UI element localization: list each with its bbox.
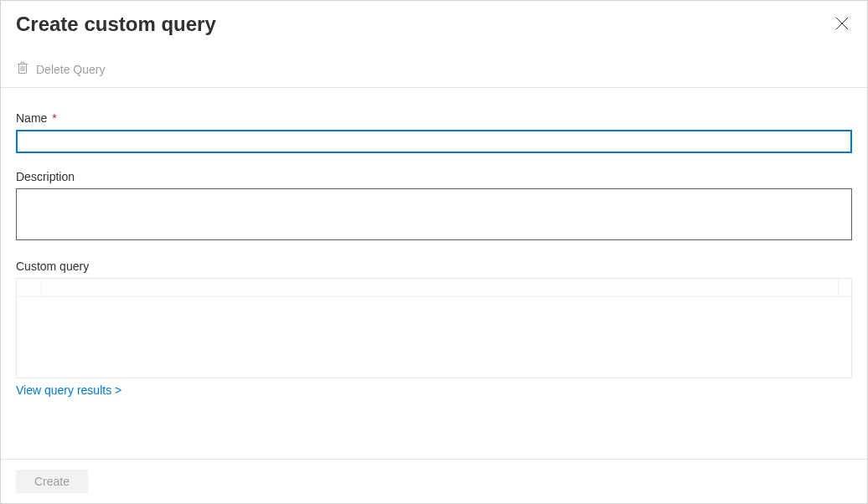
- close-icon: [835, 17, 849, 33]
- description-label: Description: [16, 170, 852, 183]
- required-marker: *: [52, 111, 56, 125]
- editor-body[interactable]: [17, 297, 851, 378]
- trash-icon: [16, 61, 29, 77]
- toolbar: Delete Query: [1, 43, 867, 88]
- panel-title: Create custom query: [16, 13, 216, 36]
- delete-query-button[interactable]: Delete Query: [16, 58, 105, 80]
- delete-query-label: Delete Query: [36, 63, 105, 76]
- custom-query-label: Custom query: [16, 260, 852, 273]
- name-field-group: Name *: [16, 111, 852, 153]
- description-field-group: Description: [16, 170, 852, 243]
- form-body: Name * Description Custom query View que…: [1, 88, 867, 397]
- panel-footer: Create: [1, 459, 867, 503]
- view-query-results-link[interactable]: View query results >: [16, 383, 121, 397]
- name-label: Name *: [16, 111, 852, 125]
- editor-top-strip: [42, 279, 838, 297]
- editor-gutter: [17, 279, 42, 297]
- custom-query-editor[interactable]: [16, 278, 852, 378]
- close-button[interactable]: [832, 13, 852, 36]
- panel-header: Create custom query: [1, 1, 867, 43]
- create-button[interactable]: Create: [16, 470, 88, 493]
- name-label-text: Name: [16, 111, 47, 125]
- custom-query-field-group: Custom query View query results >: [16, 260, 852, 397]
- description-input[interactable]: [16, 188, 852, 240]
- editor-right-strip: [838, 279, 851, 297]
- name-input[interactable]: [16, 130, 852, 153]
